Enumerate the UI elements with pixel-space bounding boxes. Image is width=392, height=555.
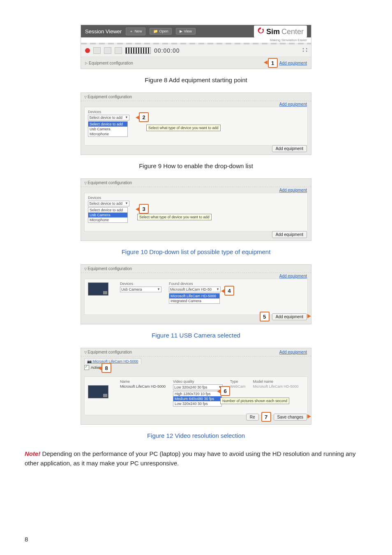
device-option[interactable]: Usb Camera (88, 127, 127, 132)
devices-box: Devices Select device to add▼ Select dev… (84, 107, 308, 146)
fig9-caption: Figure 9 How to enable the drop-down lis… (25, 162, 367, 169)
callout-8: 8 (101, 363, 111, 373)
camera-thumb (88, 282, 108, 296)
equipment-config-header[interactable]: Equipment configuration (81, 265, 311, 273)
equipment-config-header[interactable]: Equipment configuration (81, 93, 311, 101)
new-button[interactable]: ＋New (126, 28, 145, 35)
equipment-config-row[interactable]: Equipment configuration 1 Add equipment (81, 57, 311, 69)
device-select[interactable]: Usb Camera▼ (120, 287, 161, 292)
device-select[interactable]: Select device to add▼ (88, 201, 129, 206)
device-option[interactable]: Select device to add (88, 208, 127, 213)
grip-icon[interactable]: • •• • (302, 48, 308, 53)
save-changes-button[interactable]: Save changes (274, 414, 307, 421)
equipment-config-header[interactable]: Equipment configuration (81, 179, 311, 187)
time-display: 00:00:00 (154, 47, 180, 54)
add-equipment-button[interactable]: Add equipment (272, 145, 307, 152)
found-option[interactable]: Microsoft LifeCam HD-5000 (169, 294, 219, 298)
device-tooltip: Select what type of device you want to a… (146, 125, 221, 131)
found-option[interactable]: Integrated Camera (169, 298, 219, 303)
logo: SimCenter (254, 25, 307, 37)
callout-6: 6 (220, 386, 230, 396)
pause-button[interactable] (93, 47, 101, 54)
device-dropdown[interactable]: Select device to add Usb Camera Micropho… (88, 121, 128, 137)
view-button[interactable]: ▶View (176, 28, 195, 35)
equipment-config-header[interactable]: Equipment configuration (81, 348, 311, 356)
folder-icon: 📁 (153, 29, 158, 33)
found-dropdown[interactable]: Microsoft LifeCam HD-5000 Integrated Cam… (169, 293, 220, 304)
add-equipment-button[interactable]: Add equipment (272, 313, 307, 320)
play-icon: ▶ (180, 29, 182, 33)
active-checkbox[interactable] (84, 365, 89, 370)
fig9-panel: Equipment configuration Add equipment De… (81, 92, 311, 155)
add-equipment-link[interactable]: Add equipment (279, 350, 307, 354)
camera-thumb (88, 385, 108, 398)
volume-button[interactable] (115, 47, 122, 54)
chevron-down-icon: ▼ (125, 116, 128, 119)
device-select[interactable]: Select device to add▼ (88, 115, 129, 120)
swirl-icon (257, 27, 265, 34)
record-icon[interactable] (85, 48, 90, 53)
name-label: Name (120, 379, 166, 384)
callout-3: 3 (139, 204, 149, 214)
device-detail-box: Name Microsoft LifeCam HD-5000 Video qua… (84, 377, 308, 415)
chevron-down-icon: ▼ (216, 287, 219, 291)
type-label: Type (230, 379, 245, 384)
model-label: Model name (253, 379, 298, 384)
devices-box: Devices Select device to add▼ Select dev… (84, 193, 308, 231)
model-value: Microsoft LifeCam HD-5000 (253, 384, 298, 388)
tab-lifecam[interactable]: 📷 Microsoft LifeCam HD-5000 (84, 358, 141, 364)
logo-tagline: Making Simulation Easier (81, 37, 311, 43)
video-quality-select[interactable]: Low 320x240 30 fps▼ (173, 384, 223, 390)
video-quality-label: Video quality (173, 379, 223, 384)
note-body: Depending on the performance of your PC … (25, 450, 355, 467)
type-value: WebCam (230, 384, 245, 388)
callout-1: 1 (268, 58, 278, 68)
vq-option[interactable]: Low 320x240 30 fps (173, 401, 221, 406)
note-paragraph: Note! Depending on the performance of yo… (25, 449, 367, 468)
found-device-select[interactable]: Microsoft LifeCam HD-50▼ (169, 287, 221, 292)
callout-7: 7 (261, 412, 271, 422)
tabbar: 📷 Microsoft LifeCam HD-5000 Add equipmen… (81, 356, 311, 364)
found-devices-label: Found devices (169, 282, 221, 286)
device-option[interactable]: Microphone (88, 132, 127, 136)
note-label: Note! (25, 450, 40, 457)
level-meter (125, 47, 151, 54)
fig8-caption: Figure 8 Add equipment starting point (25, 76, 367, 83)
callout-4: 4 (224, 286, 234, 296)
device-option[interactable]: Microphone (88, 217, 127, 222)
vq-dropdown[interactable]: High 1280x720 10 fps Medium 640x480 30 f… (173, 391, 222, 407)
session-topbar: Session Viewer ＋New 📁Open ▶View SimCente… (81, 25, 311, 37)
fig12-caption: Figure 12 Video resolution selection (25, 432, 367, 439)
vq-option[interactable]: High 1280x720 10 fps (173, 391, 221, 396)
fig11-panel: Equipment configuration Add equipment De… (81, 264, 311, 324)
fig10-caption: Figure 10 Drop-down list of possible typ… (25, 248, 367, 255)
callout-2: 2 (139, 112, 149, 122)
open-button[interactable]: 📁Open (150, 28, 172, 35)
name-value: Microsoft LifeCam HD-5000 (120, 384, 166, 388)
add-equipment-link[interactable]: Add equipment (279, 61, 307, 65)
device-tooltip: Select what type of device you want to a… (137, 214, 212, 220)
chevron-down-icon: ▼ (125, 201, 128, 205)
add-equipment-button[interactable]: Add equipment (272, 231, 307, 238)
reset-button[interactable]: Re (246, 414, 259, 421)
devices-label: Devices (88, 110, 129, 114)
vq-option[interactable]: Medium 640x480 30 fps (173, 396, 221, 401)
devices-label: Devices (88, 196, 129, 200)
device-dropdown[interactable]: Select device to add Usb Camera Micropho… (88, 207, 128, 223)
stop-button[interactable] (104, 47, 111, 54)
plus-icon: ＋ (129, 29, 133, 34)
fps-tooltip: Number of pictures shown each second (220, 398, 289, 404)
chevron-down-icon: ▼ (157, 287, 160, 291)
fig10-panel: Equipment configuration Add equipment De… (81, 178, 311, 241)
session-title: Session Viewer (85, 28, 122, 35)
callout-5: 5 (260, 312, 270, 321)
devices-label: Devices (120, 282, 161, 286)
device-option[interactable]: Select device to add (88, 122, 127, 127)
fig8-panel: Session Viewer ＋New 📁Open ▶View SimCente… (81, 25, 311, 69)
device-option[interactable]: Usb Camera (88, 213, 127, 217)
playbar: 00:00:00 • •• • (81, 44, 311, 57)
fig12-panel: Equipment configuration 📷 Microsoft Life… (81, 348, 311, 425)
devices-box: Devices Usb Camera▼ Found devices Micros… (84, 279, 308, 315)
fig11-caption: Figure 11 USB Camera selected (25, 332, 367, 339)
